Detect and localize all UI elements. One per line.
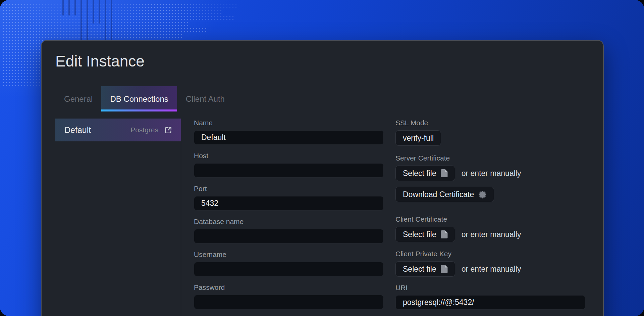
tab-client-auth[interactable]: Client Auth [177, 86, 233, 111]
connection-type-badge: Postgres [130, 126, 158, 134]
client-certificate-enter-manually-link[interactable]: or enter manually [462, 230, 521, 239]
file-icon [441, 169, 448, 178]
ssl-mode-label: SSL Mode [395, 119, 585, 127]
uri-field-group: URI [395, 283, 585, 310]
connection-name: Default [64, 125, 91, 135]
uri-label: URI [395, 283, 585, 292]
port-field-group: Port [194, 184, 384, 211]
dialog-title: Edit Instance [55, 52, 588, 71]
username-input[interactable] [194, 262, 384, 276]
password-label: Password [194, 283, 384, 292]
database-name-input[interactable] [194, 229, 384, 243]
connection-form-right: SSL Mode verify-full Server Certificate … [395, 119, 585, 316]
tab-db-connections[interactable]: DB Connections [101, 86, 177, 111]
username-label: Username [194, 250, 384, 259]
file-icon [441, 230, 448, 239]
password-field-group: Password [194, 283, 384, 309]
host-field-group: Host [194, 151, 384, 178]
ssl-mode-value: verify-full [403, 134, 434, 143]
file-icon [441, 265, 448, 273]
database-name-label: Database name [194, 217, 384, 226]
ssl-mode-group: SSL Mode verify-full [395, 119, 585, 146]
name-field-group: Name [194, 119, 384, 145]
host-label: Host [194, 151, 384, 160]
port-input[interactable] [194, 196, 384, 211]
name-label: Name [194, 119, 384, 127]
download-certificate-button[interactable]: Download Certificate [395, 187, 494, 202]
port-label: Port [194, 184, 384, 193]
client-certificate-label: Client Certificate [395, 215, 585, 224]
password-input[interactable] [194, 295, 384, 309]
server-certificate-label: Server Certificate [395, 154, 585, 163]
tab-general-label: General [64, 94, 93, 104]
client-certificate-select-file-button[interactable]: Select file [395, 227, 455, 242]
tab-general[interactable]: General [55, 86, 101, 111]
tab-client-auth-label: Client Auth [186, 94, 225, 104]
client-private-key-enter-manually-link[interactable]: or enter manually [462, 265, 521, 274]
host-input[interactable] [194, 163, 384, 178]
client-certificate-group: Client Certificate Select file or enter … [395, 215, 585, 242]
client-private-key-label: Client Private Key [395, 250, 585, 258]
server-certificate-enter-manually-link[interactable]: or enter manually [462, 169, 521, 178]
tab-bar: General DB Connections Client Auth [55, 86, 588, 111]
server-certificate-select-file-button[interactable]: Select file [395, 166, 455, 181]
certificate-seal-icon [478, 190, 487, 199]
server-certificate-group: Server Certificate Select file or enter … [395, 154, 585, 202]
connection-item-default[interactable]: Default Postgres [55, 119, 181, 141]
connection-form-left: Name Host Port Database name Username [194, 119, 384, 316]
edit-instance-dialog: Edit Instance General DB Connections Cli… [41, 40, 604, 316]
desktop-background: Edit Instance General DB Connections Cli… [0, 0, 644, 316]
background-glitch-lines [62, 0, 116, 41]
uri-input[interactable] [395, 295, 585, 310]
connection-list: Default Postgres [55, 119, 181, 316]
client-private-key-select-file-button[interactable]: Select file [395, 261, 455, 277]
client-private-key-group: Client Private Key Select file or enter … [395, 250, 585, 277]
external-link-icon[interactable] [164, 126, 173, 135]
ssl-mode-select-button[interactable]: verify-full [395, 130, 441, 146]
tab-db-connections-label: DB Connections [110, 94, 168, 104]
name-input[interactable] [194, 130, 384, 145]
username-field-group: Username [194, 250, 384, 276]
db-connections-panel: Default Postgres Name Host [55, 119, 588, 316]
database-name-field-group: Database name [194, 217, 384, 243]
